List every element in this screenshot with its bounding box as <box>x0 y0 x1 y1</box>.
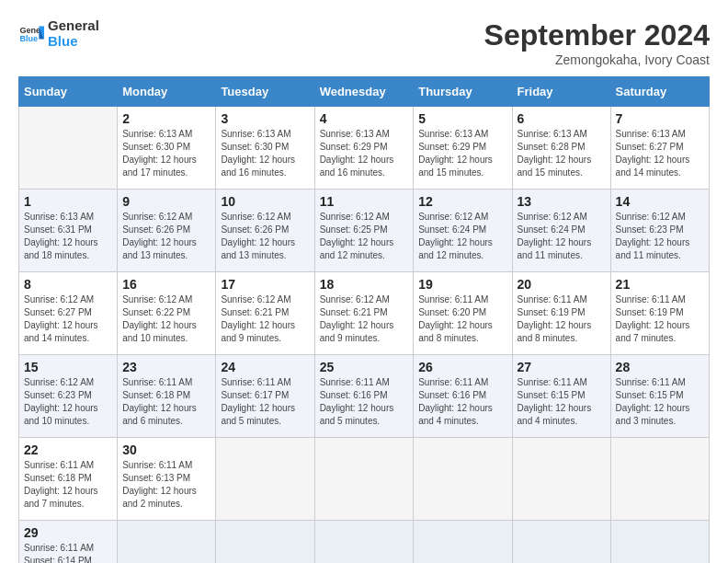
day-info: Sunrise: 6:12 AMSunset: 6:24 PMDaylight:… <box>418 211 506 262</box>
calendar-week-row: 8Sunrise: 6:12 AMSunset: 6:27 PMDaylight… <box>19 272 710 355</box>
day-number: 9 <box>122 194 210 209</box>
calendar-week-row: 2Sunrise: 6:13 AMSunset: 6:30 PMDaylight… <box>19 107 710 190</box>
day-info: Sunrise: 6:12 AMSunset: 6:22 PMDaylight:… <box>122 293 210 345</box>
calendar-cell: 13Sunrise: 6:12 AMSunset: 6:24 PMDayligh… <box>512 190 610 272</box>
day-number: 22 <box>24 442 112 457</box>
day-number: 27 <box>518 360 606 374</box>
calendar-week-row: 1Sunrise: 6:13 AMSunset: 6:31 PMDaylight… <box>19 190 710 272</box>
day-number: 13 <box>518 194 606 209</box>
calendar-cell: 14Sunrise: 6:12 AMSunset: 6:23 PMDayligh… <box>610 190 709 272</box>
calendar-cell <box>216 521 314 564</box>
day-info: Sunrise: 6:13 AMSunset: 6:29 PMDaylight:… <box>320 128 409 179</box>
day-number: 4 <box>320 111 409 126</box>
day-info: Sunrise: 6:11 AMSunset: 6:19 PMDaylight:… <box>518 293 606 345</box>
day-info: Sunrise: 6:11 AMSunset: 6:15 PMDaylight:… <box>518 376 606 428</box>
calendar-cell: 15Sunrise: 6:12 AMSunset: 6:23 PMDayligh… <box>19 355 118 438</box>
day-number: 20 <box>518 277 606 292</box>
calendar-cell: 19Sunrise: 6:11 AMSunset: 6:20 PMDayligh… <box>414 272 512 355</box>
day-info: Sunrise: 6:11 AMSunset: 6:15 PMDaylight:… <box>616 376 704 428</box>
calendar-cell <box>314 521 414 564</box>
day-info: Sunrise: 6:11 AMSunset: 6:18 PMDaylight:… <box>24 459 112 511</box>
day-info: Sunrise: 6:11 AMSunset: 6:16 PMDaylight:… <box>320 376 409 428</box>
calendar-week-row: 15Sunrise: 6:12 AMSunset: 6:23 PMDayligh… <box>19 355 710 438</box>
calendar-cell: 11Sunrise: 6:12 AMSunset: 6:25 PMDayligh… <box>314 190 414 272</box>
day-info: Sunrise: 6:11 AMSunset: 6:13 PMDaylight:… <box>122 459 210 511</box>
month-year: September 2024 <box>484 18 710 52</box>
day-info: Sunrise: 6:12 AMSunset: 6:25 PMDaylight:… <box>320 211 409 262</box>
calendar-cell <box>118 521 216 564</box>
calendar-cell <box>512 438 610 521</box>
day-number: 11 <box>320 194 409 209</box>
calendar-cell <box>314 438 414 521</box>
day-number: 24 <box>221 360 309 374</box>
day-info: Sunrise: 6:11 AMSunset: 6:19 PMDaylight:… <box>616 293 704 345</box>
day-number: 29 <box>24 525 112 540</box>
day-info: Sunrise: 6:11 AMSunset: 6:20 PMDaylight:… <box>418 293 506 345</box>
day-info: Sunrise: 6:11 AMSunset: 6:16 PMDaylight:… <box>418 376 506 428</box>
day-number: 26 <box>418 360 506 374</box>
day-number: 25 <box>320 360 409 374</box>
day-number: 2 <box>122 111 210 126</box>
calendar-body: 2Sunrise: 6:13 AMSunset: 6:30 PMDaylight… <box>19 107 710 564</box>
day-info: Sunrise: 6:12 AMSunset: 6:23 PMDaylight:… <box>24 376 112 428</box>
calendar-cell: 12Sunrise: 6:12 AMSunset: 6:24 PMDayligh… <box>414 190 512 272</box>
calendar-cell: 17Sunrise: 6:12 AMSunset: 6:21 PMDayligh… <box>216 272 314 355</box>
day-number: 3 <box>221 111 309 126</box>
col-monday: Monday <box>118 77 216 107</box>
day-info: Sunrise: 6:13 AMSunset: 6:30 PMDaylight:… <box>122 128 210 179</box>
calendar-cell: 5Sunrise: 6:13 AMSunset: 6:29 PMDaylight… <box>414 107 512 190</box>
header-row: Sunday Monday Tuesday Wednesday Thursday… <box>19 77 710 107</box>
day-info: Sunrise: 6:12 AMSunset: 6:26 PMDaylight:… <box>122 211 210 262</box>
col-wednesday: Wednesday <box>314 77 414 107</box>
calendar-cell: 7Sunrise: 6:13 AMSunset: 6:27 PMDaylight… <box>610 107 709 190</box>
day-info: Sunrise: 6:13 AMSunset: 6:28 PMDaylight:… <box>518 128 606 179</box>
day-number: 8 <box>24 277 112 292</box>
day-info: Sunrise: 6:12 AMSunset: 6:21 PMDaylight:… <box>221 293 309 345</box>
calendar-header: Sunday Monday Tuesday Wednesday Thursday… <box>19 77 710 107</box>
calendar-cell <box>512 521 610 564</box>
day-number: 28 <box>616 360 704 374</box>
day-number: 12 <box>418 194 506 209</box>
calendar-cell: 10Sunrise: 6:12 AMSunset: 6:26 PMDayligh… <box>216 190 314 272</box>
calendar-week-row: 29Sunrise: 6:11 AMSunset: 6:14 PMDayligh… <box>19 521 710 564</box>
calendar-cell: 18Sunrise: 6:12 AMSunset: 6:21 PMDayligh… <box>314 272 414 355</box>
calendar-cell: 3Sunrise: 6:13 AMSunset: 6:30 PMDaylight… <box>216 107 314 190</box>
col-sunday: Sunday <box>19 77 118 107</box>
calendar-cell: 27Sunrise: 6:11 AMSunset: 6:15 PMDayligh… <box>512 355 610 438</box>
col-tuesday: Tuesday <box>216 77 314 107</box>
day-info: Sunrise: 6:13 AMSunset: 6:27 PMDaylight:… <box>616 128 704 179</box>
day-info: Sunrise: 6:11 AMSunset: 6:17 PMDaylight:… <box>221 376 309 428</box>
day-number: 6 <box>518 111 606 126</box>
day-info: Sunrise: 6:13 AMSunset: 6:29 PMDaylight:… <box>418 128 506 179</box>
calendar-cell: 22Sunrise: 6:11 AMSunset: 6:18 PMDayligh… <box>19 438 118 521</box>
day-number: 23 <box>122 360 210 374</box>
day-number: 19 <box>418 277 506 292</box>
calendar-cell: 6Sunrise: 6:13 AMSunset: 6:28 PMDaylight… <box>512 107 610 190</box>
calendar-cell <box>414 521 512 564</box>
calendar-cell: 26Sunrise: 6:11 AMSunset: 6:16 PMDayligh… <box>414 355 512 438</box>
calendar-cell <box>610 438 709 521</box>
day-number: 18 <box>320 277 409 292</box>
calendar-cell: 30Sunrise: 6:11 AMSunset: 6:13 PMDayligh… <box>118 438 216 521</box>
day-info: Sunrise: 6:12 AMSunset: 6:26 PMDaylight:… <box>221 211 309 262</box>
logo-wordmark: General Blue <box>48 18 99 49</box>
day-info: Sunrise: 6:12 AMSunset: 6:27 PMDaylight:… <box>24 293 112 345</box>
calendar-cell: 2Sunrise: 6:13 AMSunset: 6:30 PMDaylight… <box>118 107 216 190</box>
day-info: Sunrise: 6:13 AMSunset: 6:31 PMDaylight:… <box>24 211 112 262</box>
calendar-cell: 28Sunrise: 6:11 AMSunset: 6:15 PMDayligh… <box>610 355 709 438</box>
calendar-cell: 20Sunrise: 6:11 AMSunset: 6:19 PMDayligh… <box>512 272 610 355</box>
day-number: 1 <box>24 194 112 209</box>
col-friday: Friday <box>512 77 610 107</box>
day-number: 16 <box>122 277 210 292</box>
logo-icon: General Blue <box>18 21 44 47</box>
day-info: Sunrise: 6:13 AMSunset: 6:30 PMDaylight:… <box>221 128 309 179</box>
calendar-cell: 8Sunrise: 6:12 AMSunset: 6:27 PMDaylight… <box>19 272 118 355</box>
calendar-cell: 29Sunrise: 6:11 AMSunset: 6:14 PMDayligh… <box>19 521 118 564</box>
location: Zemongokaha, Ivory Coast <box>484 52 710 67</box>
calendar-cell: 23Sunrise: 6:11 AMSunset: 6:18 PMDayligh… <box>118 355 216 438</box>
day-number: 14 <box>616 194 704 209</box>
calendar-week-row: 22Sunrise: 6:11 AMSunset: 6:18 PMDayligh… <box>19 438 710 521</box>
calendar-cell: 1Sunrise: 6:13 AMSunset: 6:31 PMDaylight… <box>19 190 118 272</box>
header: General Blue General Blue September 2024… <box>18 18 710 67</box>
logo: General Blue General Blue <box>18 18 99 49</box>
